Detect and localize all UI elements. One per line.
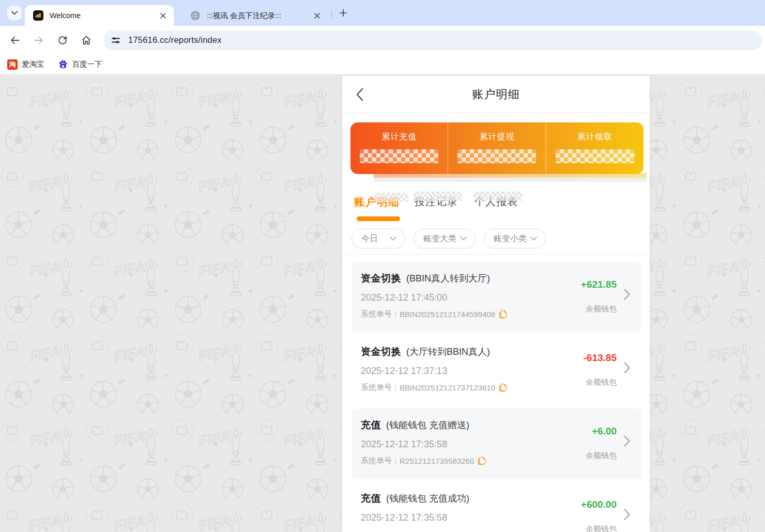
txn-time: 2025-12-12 17:37:13 [361,366,633,377]
txn-type: 资金切换 [361,345,401,358]
plus-icon [340,9,347,17]
active-tab-underline [357,216,400,221]
url-text: 175616.cc/reports/index [128,35,222,45]
transaction-list: 资金切换 (BBIN真人转到大厅) 2025-12-12 17:45:00 系统… [351,262,641,532]
filter-label: 今日 [361,233,378,244]
browser-tab-strip: Welcome :::视讯 会员下注纪录::: [0,0,765,26]
home-icon [81,35,92,46]
close-icon [160,13,166,19]
txn-time: 2025-12-12 17:35:58 [361,512,633,523]
txn-type: 充值 [361,492,381,505]
txn-type: 资金切换 [361,272,401,285]
page-header: 账户明细 [342,76,650,113]
summary-total-withdraw: 累计提现 [448,122,545,174]
bookmark-baidu[interactable]: 百度一下 [58,59,102,70]
gold-dragon-favicon-icon [33,10,43,21]
order-number: BBIN202512121744599408 [400,310,495,319]
report-tabs: 账户明细 投注记录 个人报表 [342,189,650,224]
new-tab-button[interactable] [337,7,349,19]
bookmark-taobao[interactable]: 淘 爱淘宝 [7,59,44,70]
transaction-item[interactable]: 充值 (钱能钱包 充值成功) 2025-12-12 17:35:58 +600.… [351,482,641,532]
tab-title: Welcome [50,11,158,20]
filter-label: 账变小类 [494,233,527,244]
txn-subtype: (大厅转到BBIN真人) [406,346,490,358]
summary-label: 累计领取 [546,132,644,143]
filter-minor-category-dropdown[interactable]: 账变小类 [484,229,546,248]
page-title: 账户明细 [342,76,650,113]
txn-subtype: (钱能钱包 充值成功) [386,492,469,505]
tab-title: :::视讯 会员下注纪录::: [207,11,312,21]
copy-icon[interactable] [478,457,486,465]
close-icon [314,13,320,19]
forward-button[interactable] [32,34,45,47]
reload-icon [57,35,68,46]
wallet-label: 余额钱包 [586,304,617,314]
browser-tab-records[interactable]: :::视讯 会员下注纪录::: [182,5,328,26]
chevron-right-icon [624,362,630,373]
copy-icon[interactable] [499,383,507,392]
txn-subtype: (钱能钱包 充值赠送) [386,419,469,431]
filter-major-category-dropdown[interactable]: 账变大类 [414,229,476,248]
filter-row: 今日 账变大类 账变小类 [342,229,650,255]
transaction-item[interactable]: 充值 (钱能钱包 充值赠送) 2025-12-12 17:35:58 系统单号：… [351,409,641,479]
home-button[interactable] [80,34,93,47]
chevron-right-icon [624,289,630,300]
taobao-icon: 淘 [7,59,18,70]
blur-overlay [414,192,462,201]
back-button[interactable] [8,34,22,47]
copy-icon[interactable] [499,310,507,319]
txn-type: 充值 [361,418,381,432]
blur-overlay [473,192,522,201]
order-number: BBIN202512121737123610 [400,383,495,392]
txn-amount: +600.00 [581,499,617,510]
bookmarks-bar: 淘 爱淘宝 百度一下 [0,54,765,75]
summary-total-deposit: 累计充值 [350,122,448,174]
wallet-label: 余额钱包 [586,524,617,532]
browser-toolbar: 175616.cc/reports/index [0,26,765,54]
chevron-down-icon [390,237,396,241]
baidu-paw-icon [58,59,68,70]
txn-subtype: (BBIN真人转到大厅) [406,272,490,285]
divider [342,254,650,255]
blurred-value [457,149,536,163]
chevron-down-icon [460,237,467,241]
transaction-item[interactable]: 资金切换 (BBIN真人转到大厅) 2025-12-12 17:45:00 系统… [351,262,641,333]
web-content: FIFA [0,75,765,532]
arrow-right-icon [33,35,44,46]
tab-divider [331,10,332,21]
arrow-left-icon [9,35,21,46]
order-label: 系统单号： [361,309,400,319]
chevron-right-icon [624,509,630,520]
summary-label: 累计提现 [448,132,545,143]
txn-time: 2025-12-12 17:35:58 [361,439,633,450]
txn-time: 2025-12-12 17:45:00 [361,292,633,303]
wallet-label: 余额钱包 [586,451,617,461]
tab-close-button[interactable] [312,11,322,20]
tab-close-button[interactable] [158,11,167,20]
chevron-down-icon [11,11,18,15]
order-label: 系统单号： [361,456,400,466]
summary-total-claimed: 累计领取 [546,122,644,174]
txn-amount: +6.00 [592,426,617,437]
txn-amount: +621.85 [581,279,617,290]
txn-amount: -613.85 [584,352,617,364]
account-detail-panel: 账户明细 累计充值 累计提现 累计领取 账户明细 投注记录 个人报表 [342,76,650,532]
filter-label: 账变大类 [423,233,456,244]
filter-date-dropdown[interactable]: 今日 [351,229,405,248]
summary-card: 累计充值 累计提现 累计领取 [350,122,644,174]
chevron-left-icon [356,88,363,101]
summary-label: 累计充值 [350,132,448,143]
site-settings-icon [111,35,121,45]
page-back-button[interactable] [356,86,371,103]
browser-tab-welcome[interactable]: Welcome [25,5,174,26]
bookmark-label: 百度一下 [72,59,102,69]
blur-overlay [374,193,408,202]
blurred-value [360,149,438,163]
summary-card-shadow [374,178,647,182]
order-number: R2512121735583260 [400,457,474,465]
reload-button[interactable] [56,34,69,47]
address-bar[interactable]: 175616.cc/reports/index [103,30,762,50]
transaction-item[interactable]: 资金切换 (大厅转到BBIN真人) 2025-12-12 17:37:13 系统… [351,335,641,406]
globe-icon [190,10,201,21]
tab-search-button[interactable] [7,6,22,20]
